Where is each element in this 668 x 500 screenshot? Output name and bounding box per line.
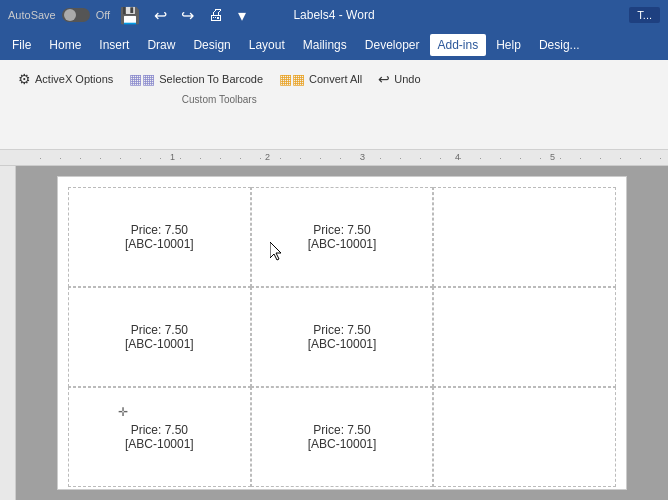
convert-icon: ▦▦: [279, 71, 305, 87]
menu-help[interactable]: Help: [488, 34, 529, 56]
autosave-label: AutoSave: [8, 9, 56, 21]
menu-design[interactable]: Design: [185, 34, 238, 56]
label-price-2-0: Price: 7.50: [131, 423, 188, 437]
label-price-1-0: Price: 7.50: [131, 323, 188, 337]
label-code-1-1: [ABC-10001]: [308, 337, 377, 351]
label-grid: Price: 7.50 [ABC-10001] Price: 7.50 [ABC…: [58, 177, 626, 497]
ruler-mark-3: 3: [360, 152, 365, 162]
ruler: 1 2 3 4 5: [0, 150, 668, 166]
side-ruler: [0, 166, 16, 500]
activex-icon: ⚙: [18, 71, 31, 87]
menu-desig2[interactable]: Desig...: [531, 34, 588, 56]
ribbon-content: ⚙ ActiveX Options ▦▦ Selection To Barcod…: [8, 64, 660, 109]
ribbon: ⚙ ActiveX Options ▦▦ Selection To Barcod…: [0, 60, 668, 150]
label-cell-1-2: [433, 287, 616, 387]
ribbon-group-addins: ⚙ ActiveX Options ▦▦ Selection To Barcod…: [8, 66, 435, 109]
label-cell-0-1: Price: 7.50 [ABC-10001]: [251, 187, 434, 287]
undo-icon[interactable]: ↩: [150, 4, 171, 27]
ruler-mark-1: 1: [170, 152, 175, 162]
menu-mailings[interactable]: Mailings: [295, 34, 355, 56]
label-code-0-1: [ABC-10001]: [308, 237, 377, 251]
label-code-2-0: [ABC-10001]: [125, 437, 194, 451]
menu-addins[interactable]: Add-ins: [430, 34, 487, 56]
menu-developer[interactable]: Developer: [357, 34, 428, 56]
tab-label[interactable]: T...: [629, 7, 660, 23]
ruler-mark-4: 4: [455, 152, 460, 162]
convert-all-label: Convert All: [309, 73, 362, 85]
ribbon-buttons: ⚙ ActiveX Options ▦▦ Selection To Barcod…: [12, 68, 427, 90]
label-cell-0-2: [433, 187, 616, 287]
autosave-toggle[interactable]: [62, 8, 90, 22]
menu-home[interactable]: Home: [41, 34, 89, 56]
label-cell-1-1: Price: 7.50 [ABC-10001]: [251, 287, 434, 387]
activex-options-button[interactable]: ⚙ ActiveX Options: [12, 68, 119, 90]
more-icon[interactable]: ▾: [234, 4, 250, 27]
move-handle[interactable]: ✛: [116, 405, 130, 419]
label-cell-2-0: Price: 7.50 [ABC-10001]: [68, 387, 251, 487]
title-bar-right: T...: [629, 7, 660, 23]
autosave-state: Off: [96, 9, 110, 21]
selection-barcode-label: Selection To Barcode: [159, 73, 263, 85]
barcode-icon: ▦▦: [129, 71, 155, 87]
label-code-2-1: [ABC-10001]: [308, 437, 377, 451]
redo-icon[interactable]: ↪: [177, 4, 198, 27]
page: ✛ Price: 7.50 [ABC-10001] Price: 7.50 [A…: [57, 176, 627, 490]
label-code-0-0: [ABC-10001]: [125, 237, 194, 251]
undo-ribbon-icon: ↩: [378, 71, 390, 87]
print-icon[interactable]: 🖨: [204, 4, 228, 26]
ruler-mark-2: 2: [265, 152, 270, 162]
window-title: Labels4 - Word: [293, 8, 374, 22]
label-price-0-1: Price: 7.50: [313, 223, 370, 237]
menu-bar: File Home Insert Draw Design Layout Mail…: [0, 30, 668, 60]
label-price-0-0: Price: 7.50: [131, 223, 188, 237]
autosave-knob: [64, 9, 76, 21]
label-cell-0-0: Price: 7.50 [ABC-10001]: [68, 187, 251, 287]
title-bar-left: AutoSave Off 💾 ↩ ↪ 🖨 ▾: [8, 4, 250, 27]
ruler-ticks: [40, 158, 668, 159]
label-cell-2-2: [433, 387, 616, 487]
menu-insert[interactable]: Insert: [91, 34, 137, 56]
document-area: ✛ Price: 7.50 [ABC-10001] Price: 7.50 [A…: [0, 166, 668, 500]
convert-all-button[interactable]: ▦▦ Convert All: [273, 68, 368, 90]
page-container: ✛ Price: 7.50 [ABC-10001] Price: 7.50 [A…: [16, 166, 668, 500]
label-price-2-1: Price: 7.50: [313, 423, 370, 437]
undo-label: Undo: [394, 73, 420, 85]
selection-barcode-button[interactable]: ▦▦ Selection To Barcode: [123, 68, 269, 90]
group-label: Custom Toolbars: [182, 94, 257, 105]
title-bar: AutoSave Off 💾 ↩ ↪ 🖨 ▾ Labels4 - Word T.…: [0, 0, 668, 30]
save-icon[interactable]: 💾: [116, 4, 144, 27]
menu-draw[interactable]: Draw: [139, 34, 183, 56]
menu-layout[interactable]: Layout: [241, 34, 293, 56]
activex-label: ActiveX Options: [35, 73, 113, 85]
label-code-1-0: [ABC-10001]: [125, 337, 194, 351]
ruler-mark-5: 5: [550, 152, 555, 162]
undo-button[interactable]: ↩ Undo: [372, 68, 426, 90]
menu-file[interactable]: File: [4, 34, 39, 56]
label-cell-1-0: Price: 7.50 [ABC-10001]: [68, 287, 251, 387]
label-cell-2-1: Price: 7.50 [ABC-10001]: [251, 387, 434, 487]
label-price-1-1: Price: 7.50: [313, 323, 370, 337]
